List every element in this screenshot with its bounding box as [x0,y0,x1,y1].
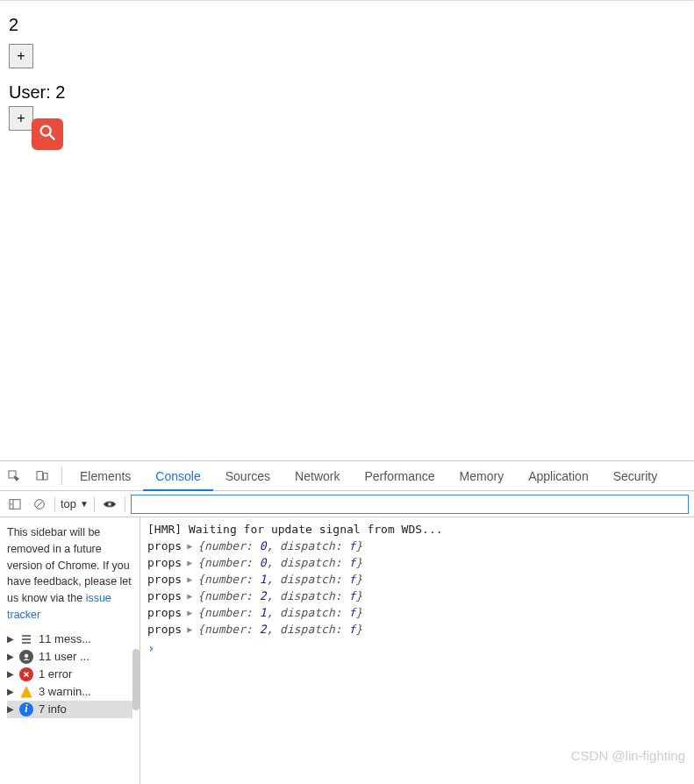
category-label: 11 user ... [39,650,89,663]
expand-arrow-icon: ▶ [7,634,14,644]
expand-arrow-icon[interactable]: ▶ [187,608,192,617]
log-message: [HMR] Waiting for update signal from WDS… [147,523,443,536]
log-object: {number: 2, dispatch: f} [197,623,362,636]
user-value: 2 [55,82,65,102]
svg-point-0 [41,126,51,136]
svg-line-8 [36,501,43,508]
user-counter-label: User: 2 [9,82,685,103]
increment-button-1[interactable]: + [9,44,33,68]
category-info[interactable]: ▶ i 7 info [7,701,132,718]
log-label: props [147,623,182,636]
log-object: {number: 2, dispatch: f} [197,589,362,602]
console-sidebar: This sidebar will be removed in a future… [0,517,140,784]
svg-line-1 [50,135,55,140]
category-warnings[interactable]: ▶ 3 warnin... [7,683,132,701]
message-categories: ▶ 11 mess... ▶ 11 user ... ▶ 1 error ▶ [7,631,132,718]
svg-point-9 [108,502,111,506]
tab-network[interactable]: Network [283,461,352,491]
log-line-props[interactable]: props▶{number: 0, dispatch: f} [147,538,687,554]
log-line-props[interactable]: props▶{number: 0, dispatch: f} [147,554,687,571]
expand-arrow-icon: ▶ [7,687,14,696]
expand-arrow-icon: ▶ [7,669,14,679]
expand-arrow-icon: ▶ [7,704,14,714]
tab-application[interactable]: Application [516,461,601,491]
app-viewport: 2 + User: 2 + [0,0,694,460]
category-messages[interactable]: ▶ 11 mess... [7,631,132,648]
log-line-props[interactable]: props▶{number: 2, dispatch: f} [147,621,687,638]
live-expression-icon[interactable] [100,495,119,514]
svg-rect-4 [43,473,47,479]
warning-icon [19,685,33,699]
log-line-props[interactable]: props▶{number: 1, dispatch: f} [147,604,687,621]
log-object: {number: 0, dispatch: f} [197,556,362,569]
tab-sources[interactable]: Sources [213,461,283,491]
category-label: 7 info [39,702,67,716]
error-icon [19,667,33,681]
log-label: props [147,573,182,586]
user-prefix: User: [9,82,55,102]
magnifier-icon [38,123,57,146]
category-label: 1 error [39,667,72,681]
expand-arrow-icon[interactable]: ▶ [187,574,192,584]
user-icon [19,650,33,664]
device-toggle-icon[interactable] [33,467,51,485]
log-label: props [147,589,182,602]
expand-arrow-icon: ▶ [7,652,14,661]
log-object: {number: 1, dispatch: f} [197,606,362,619]
sidebar-scrollbar[interactable] [132,649,140,710]
category-errors[interactable]: ▶ 1 error [7,666,132,683]
log-label: props [147,606,182,619]
counter-1-value: 2 [9,15,685,35]
sidebar-toggle-icon[interactable] [5,495,25,514]
tab-console[interactable]: Console [143,461,212,491]
expand-arrow-icon[interactable]: ▶ [187,541,192,551]
log-line-props[interactable]: props▶{number: 2, dispatch: f} [147,588,687,604]
context-selector[interactable]: top ▼ [61,497,89,510]
expand-arrow-icon[interactable]: ▶ [187,591,192,601]
search-badge[interactable] [32,118,63,150]
svg-rect-3 [37,471,43,479]
expand-arrow-icon[interactable]: ▶ [187,558,192,567]
log-label: props [147,556,182,569]
list-icon [19,632,33,646]
log-object: {number: 1, dispatch: f} [197,573,362,586]
context-label: top [61,497,76,510]
inspect-icon[interactable] [5,467,23,485]
tab-memory[interactable]: Memory [447,461,517,491]
log-line-hmr: [HMR] Waiting for update signal from WDS… [147,521,687,538]
devtools-panel: Elements Console Sources Network Perform… [0,460,694,784]
separator [61,467,62,485]
clear-console-icon[interactable] [30,495,49,514]
log-label: props [147,539,182,552]
category-label: 11 mess... [39,632,91,645]
svg-point-13 [25,653,28,657]
console-prompt[interactable]: › [147,638,687,655]
console-toolbar: top ▼ [0,491,694,517]
tab-security[interactable]: Security [601,461,670,491]
console-body: This sidebar will be removed in a future… [0,517,694,784]
expand-arrow-icon[interactable]: ▶ [187,624,192,634]
chevron-down-icon: ▼ [80,499,89,509]
sidebar-notice: This sidebar will be removed in a future… [7,524,132,624]
separator [54,496,55,512]
log-line-props[interactable]: props▶{number: 1, dispatch: f} [147,571,687,588]
category-user[interactable]: ▶ 11 user ... [7,648,132,666]
separator [125,496,125,512]
console-filter-input[interactable] [131,495,689,514]
tab-performance[interactable]: Performance [352,461,447,491]
separator [94,496,95,512]
increment-button-2[interactable]: + [9,106,33,131]
category-label: 3 warnin... [39,685,91,698]
log-object: {number: 0, dispatch: f} [197,539,362,552]
devtools-tabstrip: Elements Console Sources Network Perform… [0,461,694,491]
tab-elements[interactable]: Elements [68,461,143,491]
info-icon: i [19,702,33,716]
console-output[interactable]: [HMR] Waiting for update signal from WDS… [140,517,694,784]
